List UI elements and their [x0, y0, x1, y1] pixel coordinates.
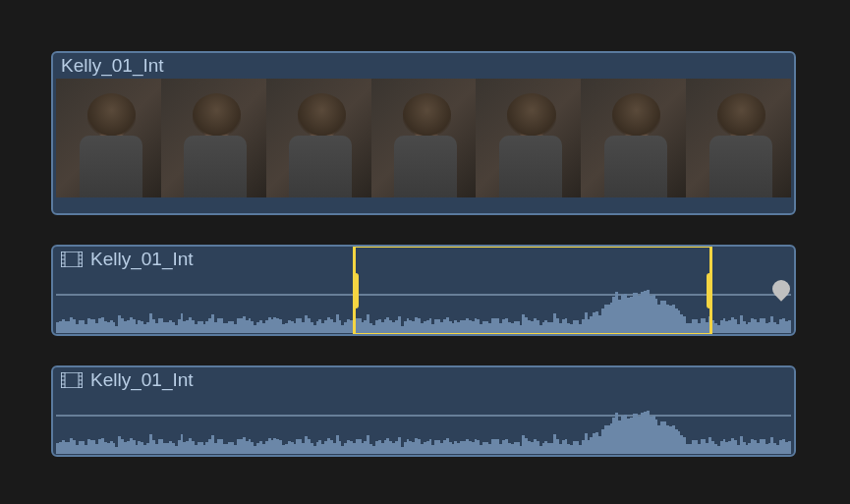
clip-name-label: Kelly_01_Int — [90, 249, 194, 270]
filmstrip-icon — [61, 252, 83, 267]
thumbnail-frame — [371, 79, 477, 197]
waveform-bars — [56, 397, 791, 454]
thumbnail-frame — [581, 79, 686, 197]
clip-title-bar: Kelly_01_Int — [53, 53, 794, 79]
thumbnail-frame — [686, 79, 791, 197]
audio-waveform[interactable] — [56, 395, 791, 454]
waveform-bars — [56, 276, 791, 333]
clip-title-bar: Kelly_01_Int — [53, 367, 794, 393]
video-clip[interactable]: Kelly_01_Int — [51, 51, 796, 215]
clip-name-label: Kelly_01_Int — [61, 55, 164, 77]
thumbnail-frame — [266, 79, 371, 197]
audio-clip[interactable]: Kelly_01_Int — [51, 245, 796, 336]
clip-name-label: Kelly_01_Int — [90, 369, 194, 391]
media-browser: Kelly_01_Int — [51, 51, 796, 486]
thumbnail-frame — [476, 79, 581, 197]
thumbnail-frame — [56, 79, 161, 197]
thumbnail-frame — [161, 79, 266, 197]
filmstrip-icon — [61, 372, 83, 388]
audio-waveform[interactable] — [56, 274, 791, 333]
video-filmstrip[interactable] — [53, 79, 794, 200]
clip-title-bar: Kelly_01_Int — [53, 247, 794, 272]
audio-clip[interactable]: Kelly_01_Int — [51, 365, 796, 457]
